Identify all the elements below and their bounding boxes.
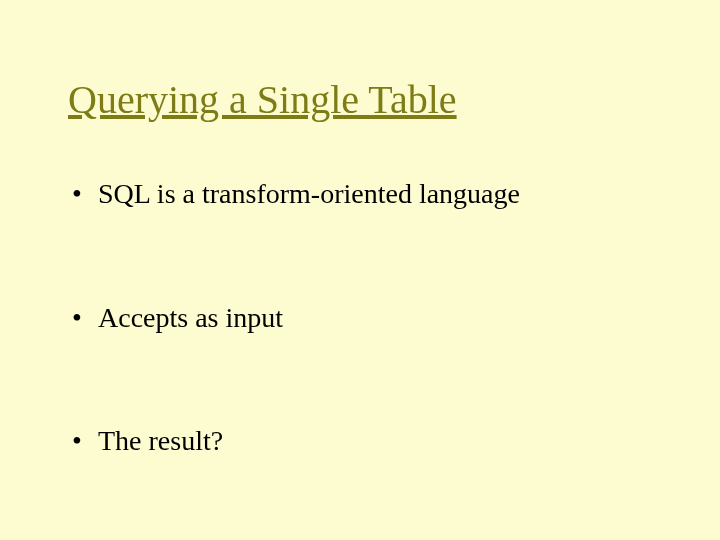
bullet-text: SQL is a transform-oriented language (98, 178, 520, 209)
bullet-list: SQL is a transform-oriented language Acc… (68, 177, 670, 458)
slide: Querying a Single Table SQL is a transfo… (0, 0, 720, 540)
slide-title: Querying a Single Table (68, 78, 670, 122)
list-item: Accepts as input (68, 301, 670, 335)
bullet-text: The result? (98, 425, 223, 456)
list-item: The result? (68, 424, 670, 458)
bullet-text: Accepts as input (98, 302, 283, 333)
list-item: SQL is a transform-oriented language (68, 177, 670, 211)
